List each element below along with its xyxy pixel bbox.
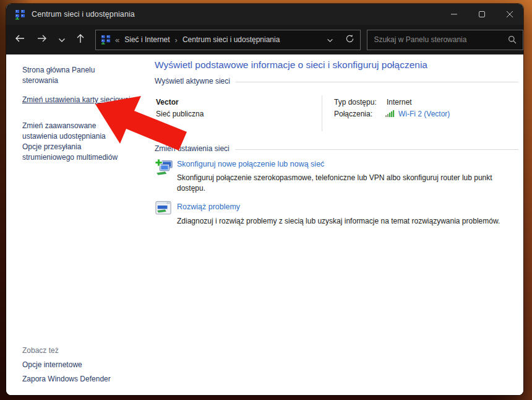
address-dropdown-button[interactable] (320, 30, 339, 50)
recent-pages-dropdown[interactable] (53, 30, 71, 50)
close-icon (506, 11, 513, 18)
minimize-button[interactable] (440, 4, 468, 25)
network-category: Sieć publiczna (156, 110, 204, 118)
sidebar-item-windows-defender-firewall[interactable]: Zapora Windows Defender (22, 375, 111, 383)
close-button[interactable] (496, 4, 523, 25)
task-description: Zdiagnozuj i rozwiąż problemy z siecią l… (177, 216, 523, 227)
page-title: Wyświetl podstawowe informacje o sieci i… (155, 59, 427, 71)
network-name: Vector (156, 98, 179, 107)
troubleshoot-icon (155, 201, 171, 219)
section-label: Wyświetl aktywne sieci (155, 77, 230, 85)
wifi-connection-link[interactable]: Wi-Fi 2 (Vector) (398, 110, 450, 118)
window-title: Centrum sieci i udostępniania (32, 10, 135, 19)
wifi-signal-icon (385, 108, 398, 120)
breadcrumb-overflow[interactable]: « (115, 35, 119, 45)
network-icon (101, 35, 111, 45)
search-box (367, 30, 523, 50)
task-link-troubleshoot[interactable]: Rozwiąż problemy (177, 202, 240, 211)
section-rule (235, 149, 518, 150)
sidebar-item-internet-options[interactable]: Opcje internetowe (22, 360, 82, 369)
address-bar[interactable]: « Sieć i Internet › Centrum sieci i udos… (95, 30, 361, 50)
connections-label: Połączenia: (334, 110, 372, 118)
control-panel-window: Centrum sieci i udostępniania (6, 4, 523, 395)
breadcrumb-item-siec-i-internet[interactable]: Sieć i Internet (124, 35, 169, 44)
network-icon (15, 9, 25, 20)
sidebar-item-control-panel-home[interactable]: Strona główna Panelu sterowania (22, 65, 132, 85)
section-active-networks: Wyświetl aktywne sieci (155, 77, 518, 85)
section-rule (236, 82, 518, 82)
breadcrumb-separator[interactable]: › (175, 35, 178, 45)
chevron-down-icon (58, 34, 66, 45)
up-button[interactable] (71, 30, 90, 50)
new-connection-icon (155, 159, 173, 180)
connection-entry: Wi-Fi 2 (Vector) (385, 108, 450, 120)
task-description: Skonfiguruj połączenie szerokopasmowe, t… (177, 173, 521, 194)
maximize-icon (478, 11, 486, 18)
sidebar-item-advanced-sharing-settings[interactable]: Zmień zaawansowane ustawienia udostępnia… (22, 121, 132, 141)
forward-button[interactable] (31, 30, 53, 50)
network-divider (322, 95, 322, 131)
section-change-settings: Zmień ustawienia sieci (155, 144, 518, 153)
maximize-button[interactable] (468, 4, 496, 25)
titlebar: Centrum sieci i udostępniania (6, 4, 523, 25)
window-controls (440, 4, 523, 25)
up-icon (75, 33, 85, 46)
access-type-value: Internet (387, 98, 412, 107)
navigation-toolbar: « Sieć i Internet › Centrum sieci i udos… (6, 25, 523, 54)
refresh-icon (345, 34, 354, 46)
forward-icon (36, 33, 48, 46)
see-also-header: Zobacz też (22, 346, 59, 355)
task-link-new-connection[interactable]: Skonfiguruj nowe połączenie lub nową sie… (177, 160, 324, 168)
search-input[interactable] (367, 35, 502, 44)
sidebar-item-media-streaming-options[interactable]: Opcje przesyłania strumieniowego multime… (22, 142, 132, 162)
address-bar-right (320, 30, 360, 50)
sidebar-item-change-adapter-settings[interactable]: Zmień ustawienia karty sieciowej (22, 95, 132, 105)
section-label: Zmień ustawienia sieci (155, 144, 230, 153)
back-button[interactable] (9, 30, 31, 50)
desktop-wallpaper: Centrum sieci i udostępniania (0, 0, 532, 400)
chevron-down-icon (327, 34, 333, 45)
back-icon (14, 33, 25, 46)
minimize-icon (450, 11, 458, 18)
refresh-button[interactable] (339, 30, 360, 50)
breadcrumb-item-centrum-sieci[interactable]: Centrum sieci i udostępniania (182, 35, 280, 44)
content-area: Strona główna Panelu sterowania Zmień us… (6, 54, 523, 395)
access-type-label: Typ dostępu: (334, 98, 377, 107)
search-icon[interactable] (502, 35, 523, 44)
